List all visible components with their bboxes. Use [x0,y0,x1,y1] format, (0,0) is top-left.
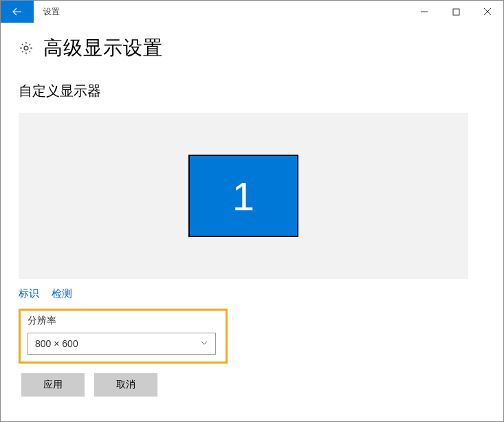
resolution-highlight: 分辨率 800 × 600 [19,309,228,364]
window-controls [408,1,503,23]
close-button[interactable] [472,1,503,23]
back-button[interactable] [1,1,34,23]
page-header: 高级显示设置 [19,35,485,61]
display-preview-area: 1 [19,113,468,279]
identify-link[interactable]: 标识 [19,287,39,300]
page-title: 高级显示设置 [43,35,163,61]
apply-button[interactable]: 应用 [21,373,85,397]
titlebar: 设置 [1,1,503,23]
svg-rect-0 [453,9,459,15]
section-title: 自定义显示器 [19,82,485,100]
monitor-1-tile[interactable]: 1 [188,155,298,237]
link-row: 标识 检测 [19,287,485,300]
resolution-dropdown[interactable]: 800 × 600 [28,333,216,355]
button-row: 应用 取消 [19,373,485,397]
chevron-down-icon [200,338,208,349]
cancel-button[interactable]: 取消 [94,373,157,397]
maximize-button[interactable] [440,1,472,23]
detect-link[interactable]: 检测 [52,287,72,300]
window-title: 设置 [34,1,60,23]
resolution-label: 分辨率 [28,315,219,327]
monitor-label: 1 [232,173,254,219]
resolution-value: 800 × 600 [35,338,78,349]
svg-point-1 [24,46,28,50]
minimize-button[interactable] [408,1,440,23]
content-area: 高级显示设置 自定义显示器 1 标识 检测 分辨率 800 × 600 应用 取… [1,23,503,397]
gear-icon [19,41,34,56]
